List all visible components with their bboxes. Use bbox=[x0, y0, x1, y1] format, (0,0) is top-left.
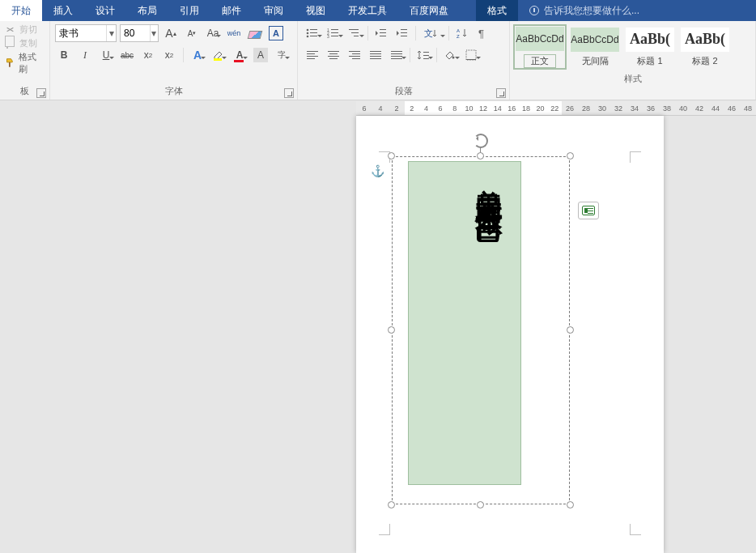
text-direction-button[interactable]: 文 bbox=[419, 24, 445, 42]
underline-button[interactable]: U bbox=[97, 46, 115, 64]
tab-design[interactable]: 设计 bbox=[84, 0, 126, 21]
line-spacing-button[interactable] bbox=[414, 46, 433, 64]
resize-handle-e[interactable] bbox=[567, 326, 574, 334]
resize-handle-nw[interactable] bbox=[388, 152, 395, 160]
change-case-button[interactable]: Aa bbox=[204, 24, 222, 42]
copy-button[interactable]: 复制 bbox=[5, 37, 45, 49]
subscript-button[interactable]: x2 bbox=[139, 46, 157, 64]
enclose-characters-button[interactable]: 字 bbox=[273, 46, 291, 64]
decrease-indent-button[interactable] bbox=[372, 24, 391, 42]
eraser-icon bbox=[248, 31, 263, 39]
align-left-button[interactable] bbox=[303, 46, 322, 64]
svg-rect-21 bbox=[401, 32, 407, 33]
tell-me-search[interactable]: 告诉我您想要做什么... bbox=[518, 0, 639, 21]
font-name-combo[interactable]: ▾ bbox=[55, 24, 117, 42]
svg-rect-1 bbox=[214, 58, 222, 61]
borders-button[interactable] bbox=[461, 46, 481, 64]
numbering-icon: 123 bbox=[327, 28, 340, 39]
cut-button[interactable]: 剪切 bbox=[5, 23, 45, 36]
layout-options-icon bbox=[582, 206, 595, 215]
textbox-shape[interactable]: 美是回来做自己 bbox=[392, 156, 570, 504]
svg-text:A: A bbox=[457, 28, 460, 33]
resize-handle-s[interactable] bbox=[477, 501, 484, 508]
tab-developer[interactable]: 开发工具 bbox=[337, 0, 398, 21]
document-page[interactable]: ⚓ 美是回来做自己 bbox=[356, 116, 664, 553]
sort-button[interactable]: AZ bbox=[452, 24, 472, 42]
chevron-down-icon[interactable]: ▾ bbox=[150, 25, 158, 41]
tab-home[interactable]: 开始 bbox=[0, 0, 42, 21]
align-justify-button[interactable] bbox=[366, 46, 385, 64]
svg-point-30 bbox=[452, 57, 455, 59]
style-label: 标题 1 bbox=[637, 55, 662, 67]
shading-button[interactable] bbox=[440, 46, 460, 64]
text-effects-button[interactable]: A bbox=[189, 46, 206, 64]
tab-format-context[interactable]: 格式 bbox=[476, 0, 518, 21]
rotate-handle[interactable] bbox=[474, 134, 488, 148]
resize-handle-n[interactable] bbox=[477, 152, 484, 160]
grow-font-button[interactable]: A▴ bbox=[162, 24, 180, 42]
bold-button[interactable]: B bbox=[55, 46, 73, 64]
strikethrough-button[interactable]: abc bbox=[118, 46, 136, 64]
outdent-icon bbox=[375, 28, 388, 39]
tab-references[interactable]: 引用 bbox=[168, 0, 210, 21]
bullets-button[interactable] bbox=[303, 24, 322, 42]
document-workspace: 642 246810121416182022 26283032343638404… bbox=[0, 101, 756, 553]
multilevel-icon bbox=[348, 28, 361, 39]
tab-baidu[interactable]: 百度网盘 bbox=[398, 0, 460, 21]
phonetic-guide-button[interactable]: wén bbox=[225, 24, 243, 42]
textbox-fill[interactable]: 美是回来做自己 bbox=[408, 161, 521, 485]
align-center-icon bbox=[328, 51, 339, 59]
tab-view[interactable]: 视图 bbox=[295, 0, 337, 21]
resize-handle-ne[interactable] bbox=[567, 152, 574, 160]
style-normal[interactable]: AaBbCcDd 正文 bbox=[513, 24, 567, 70]
highlight-button[interactable] bbox=[210, 46, 227, 64]
style-label: 正文 bbox=[524, 54, 556, 68]
textbox-text[interactable]: 美是回来做自己 bbox=[469, 167, 508, 201]
svg-rect-3 bbox=[310, 29, 317, 30]
chevron-down-icon[interactable]: ▾ bbox=[106, 25, 116, 41]
horizontal-ruler[interactable]: 642 246810121416182022 26283032343638404… bbox=[356, 101, 756, 116]
font-size-input[interactable] bbox=[121, 25, 150, 41]
svg-point-6 bbox=[307, 36, 309, 38]
style-heading-1[interactable]: AaBb( 标题 1 bbox=[623, 24, 677, 70]
crop-mark-icon bbox=[630, 151, 646, 168]
font-size-combo[interactable]: ▾ bbox=[120, 24, 159, 42]
superscript-button[interactable]: x2 bbox=[160, 46, 178, 64]
numbering-button[interactable]: 123 bbox=[324, 24, 343, 42]
character-border-button[interactable]: A bbox=[267, 24, 285, 42]
align-right-icon bbox=[349, 51, 360, 59]
increase-indent-button[interactable] bbox=[393, 24, 412, 42]
align-right-button[interactable] bbox=[345, 46, 364, 64]
font-launcher[interactable] bbox=[284, 88, 294, 98]
align-distributed-button[interactable] bbox=[387, 46, 406, 64]
style-label: 无间隔 bbox=[582, 55, 609, 67]
font-name-input[interactable] bbox=[56, 25, 106, 41]
tab-mailings[interactable]: 邮件 bbox=[210, 0, 253, 21]
style-heading-2[interactable]: AaBb( 标题 2 bbox=[678, 24, 732, 70]
character-shading-button[interactable]: A bbox=[253, 48, 268, 62]
tell-me-placeholder: 告诉我您想要做什么... bbox=[544, 4, 639, 18]
align-center-button[interactable] bbox=[324, 46, 343, 64]
clear-formatting-button[interactable] bbox=[246, 24, 264, 42]
style-no-spacing[interactable]: AaBbCcDd 无间隔 bbox=[568, 24, 622, 70]
tab-insert[interactable]: 插入 bbox=[42, 0, 84, 21]
resize-handle-w[interactable] bbox=[388, 326, 395, 334]
format-painter-button[interactable]: 格式刷 bbox=[5, 51, 45, 75]
resize-handle-sw[interactable] bbox=[388, 501, 395, 508]
shrink-font-button[interactable]: A▾ bbox=[183, 24, 201, 42]
borders-icon bbox=[465, 49, 477, 61]
show-marks-button[interactable]: ¶ bbox=[474, 24, 493, 42]
boxed-a-icon: A bbox=[269, 26, 283, 40]
italic-button[interactable]: I bbox=[76, 46, 94, 64]
resize-handle-se[interactable] bbox=[567, 501, 574, 508]
align-left-icon bbox=[307, 51, 318, 59]
tab-review[interactable]: 审阅 bbox=[253, 0, 295, 21]
paragraph-launcher[interactable] bbox=[496, 88, 506, 98]
tab-layout[interactable]: 布局 bbox=[126, 0, 168, 21]
sort-icon: AZ bbox=[457, 28, 468, 39]
layout-options-button[interactable] bbox=[578, 202, 599, 219]
ruler-margin-right: 262830323436384042444648 bbox=[562, 101, 756, 115]
clipboard-launcher[interactable] bbox=[36, 88, 46, 98]
font-color-button[interactable]: A bbox=[231, 46, 248, 64]
multilevel-list-button[interactable] bbox=[345, 24, 364, 42]
